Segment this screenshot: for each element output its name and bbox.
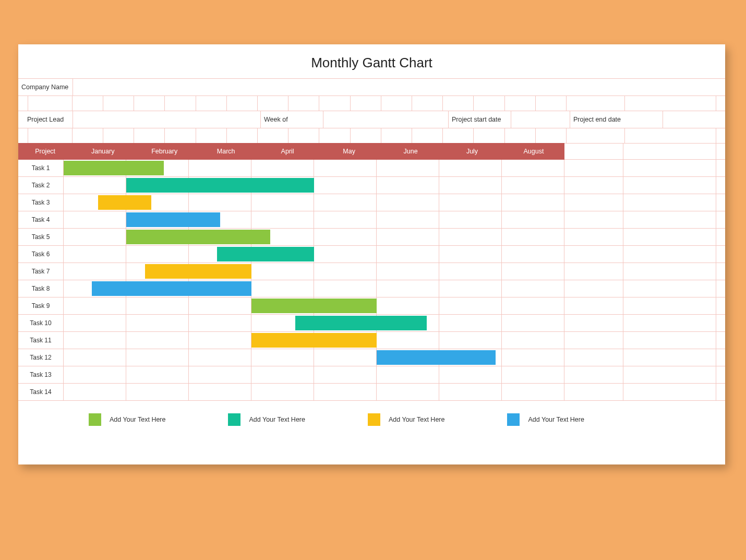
gantt-bar[interactable] [126,230,270,244]
company-name-field[interactable] [73,79,725,96]
gantt-sheet: Monthly Gantt Chart Company Name Project… [18,44,725,464]
legend-label: Add Your Text Here [110,416,165,423]
gantt-bar[interactable] [64,161,164,175]
week-of-field[interactable] [323,111,449,128]
table-row: Task 14 [18,384,725,401]
end-date-label: Project end date [570,111,663,128]
task-name: Task 13 [18,366,64,383]
table-row: Task 1 [18,160,725,177]
task-lane [64,177,725,194]
col-month: February [134,143,195,160]
task-name: Task 2 [18,177,64,194]
week-of-label: Week of [261,111,323,128]
task-lane [64,280,725,297]
task-lane [64,315,725,331]
task-name: Task 1 [18,160,64,176]
company-name-label: Company Name [18,79,73,96]
task-lane [64,349,725,366]
task-lane [64,160,725,176]
legend-item: Add Your Text Here [507,413,584,426]
gantt-bar[interactable] [295,316,427,330]
legend-item: Add Your Text Here [89,413,165,426]
company-row: Company Name [18,78,725,96]
col-month: June [380,143,441,160]
table-row: Task 6 [18,246,725,263]
gantt-bar[interactable] [145,264,251,279]
task-name: Task 9 [18,297,64,314]
col-month: April [257,143,318,160]
gantt-bar[interactable] [92,281,251,296]
task-name: Task 11 [18,332,64,349]
legend-swatch [507,413,520,426]
project-lead-label: Project Lead [18,111,73,128]
legend-swatch [368,413,380,426]
table-row: Task 10 [18,315,725,332]
task-name: Task 8 [18,280,64,297]
legend-item: Add Your Text Here [368,413,444,426]
task-name: Task 5 [18,229,64,245]
task-lane [64,211,725,228]
table-row: Task 11 [18,332,725,349]
legend-swatch [228,413,240,426]
task-name: Task 3 [18,194,64,211]
legend-label: Add Your Text Here [249,416,305,423]
spacer-row [18,96,725,111]
col-month: January [72,143,134,160]
col-month: July [441,143,503,160]
task-lane [64,263,725,280]
gantt-body: Task 1Task 2Task 3Task 4Task 5Task 6Task… [18,160,725,401]
col-month: August [503,143,564,160]
legend-swatch [89,413,101,426]
table-row: Task 8 [18,280,725,297]
start-date-label: Project start date [449,111,511,128]
table-row: Task 9 [18,297,725,315]
project-info-row: Project Lead Week of Project start date … [18,111,725,128]
start-date-field[interactable] [511,111,570,128]
task-name: Task 12 [18,349,64,366]
gantt-bar[interactable] [251,333,377,348]
legend-item: Add Your Text Here [228,413,305,426]
table-row: Task 5 [18,229,725,246]
gantt-bar[interactable] [377,350,496,365]
task-lane [64,194,725,211]
col-month: May [318,143,380,160]
table-row: Task 12 [18,349,725,366]
legend-label: Add Your Text Here [389,416,444,423]
col-project: Project [18,143,72,160]
gantt-bar[interactable] [98,195,151,210]
gantt-bar[interactable] [126,178,314,193]
table-row: Task 4 [18,211,725,229]
gantt-header: ProjectJanuaryFebruaryMarchAprilMayJuneJ… [18,143,725,160]
task-name: Task 4 [18,211,64,228]
task-name: Task 14 [18,384,64,400]
task-name: Task 6 [18,246,64,263]
legend-label: Add Your Text Here [528,416,584,423]
task-lane [64,332,725,349]
end-date-field[interactable] [663,111,725,128]
task-lane [64,229,725,245]
table-row: Task 7 [18,263,725,280]
col-month: March [195,143,257,160]
gantt-bar[interactable] [217,247,314,261]
task-lane [64,297,725,314]
task-lane [64,246,725,263]
spacer-row [18,128,725,143]
table-row: Task 3 [18,194,725,211]
task-name: Task 10 [18,315,64,331]
table-row: Task 13 [18,366,725,384]
gantt-bar[interactable] [126,212,220,227]
task-lane [64,366,725,383]
task-lane [64,384,725,400]
page-title: Monthly Gantt Chart [18,44,725,78]
legend: Add Your Text HereAdd Your Text HereAdd … [18,401,725,426]
task-name: Task 7 [18,263,64,280]
project-lead-field[interactable] [73,111,261,128]
gantt-bar[interactable] [251,299,377,313]
table-row: Task 2 [18,177,725,194]
